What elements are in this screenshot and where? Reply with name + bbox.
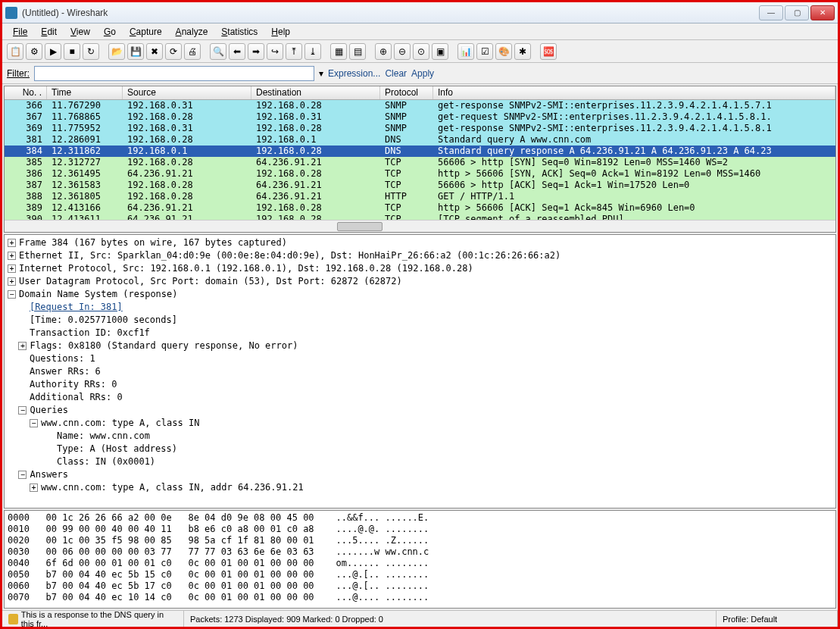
tb-zoomin-icon[interactable]: ⊕ xyxy=(375,43,392,60)
statusbar: This is a response to the DNS query in t… xyxy=(2,610,838,627)
tb-dispfilter-icon[interactable]: ☑ xyxy=(476,43,493,60)
tb-capfilter-icon[interactable]: 📊 xyxy=(457,43,474,60)
filter-clear-button[interactable]: Clear xyxy=(385,68,407,79)
tb-forward-icon[interactable]: ➡ xyxy=(248,43,264,60)
tree-query1[interactable]: −www.cnn.com: type A, class IN xyxy=(8,417,832,430)
tree-auth-rrs[interactable]: Authority RRs: 0 xyxy=(8,378,832,391)
packet-list-hscroll[interactable] xyxy=(5,220,835,232)
tb-zoomout-icon[interactable]: ⊖ xyxy=(394,43,411,60)
tb-stop-icon[interactable]: ■ xyxy=(64,43,80,60)
packet-row[interactable]: 38412.311862192.168.0.1192.168.0.28DNSSt… xyxy=(5,146,835,157)
tree-time[interactable]: [Time: 0.025771000 seconds] xyxy=(8,314,832,327)
tree-answers[interactable]: −Answers xyxy=(8,468,832,481)
menu-edit[interactable]: Edit xyxy=(35,25,63,39)
tb-start-icon[interactable]: ▶ xyxy=(45,43,61,60)
packet-details-pane[interactable]: +Frame 384 (167 bytes on wire, 167 bytes… xyxy=(4,234,836,509)
filter-apply-button[interactable]: Apply xyxy=(411,68,434,79)
tree-answer1[interactable]: +www.cnn.com: type A, class IN, addr 64.… xyxy=(8,481,832,494)
tb-reload-icon[interactable]: ⟳ xyxy=(165,43,182,60)
expand-icon[interactable]: + xyxy=(30,483,38,492)
packet-row[interactable]: 38512.312727192.168.0.2864.236.91.21TCP5… xyxy=(5,157,835,168)
packet-row[interactable]: 39012.41361164.236.91.21192.168.0.28TCP[… xyxy=(5,214,835,220)
close-button[interactable]: ✕ xyxy=(810,5,835,20)
filter-input[interactable] xyxy=(34,66,314,81)
tb-goto-icon[interactable]: ↪ xyxy=(267,43,283,60)
packet-row[interactable]: 38812.361805192.168.0.2864.236.91.21HTTP… xyxy=(5,191,835,202)
collapse-icon[interactable]: − xyxy=(18,471,27,479)
tb-close-icon[interactable]: ✖ xyxy=(146,43,163,60)
expand-icon[interactable]: + xyxy=(8,239,16,247)
collapse-icon[interactable]: − xyxy=(30,419,38,427)
tb-options-icon[interactable]: ⚙ xyxy=(26,43,42,60)
tb-last-icon[interactable]: ⤓ xyxy=(304,43,321,60)
collapse-icon[interactable]: − xyxy=(18,406,27,415)
maximize-button[interactable]: ▢ xyxy=(785,5,809,20)
tb-help-icon[interactable]: 🆘 xyxy=(540,43,557,60)
packet-row[interactable]: 38712.361583192.168.0.2864.236.91.21TCP5… xyxy=(5,180,835,191)
expand-icon[interactable]: + xyxy=(8,252,16,260)
tree-query-name[interactable]: Name: www.cnn.com xyxy=(8,430,832,443)
packet-row[interactable]: 36611.767290192.168.0.31192.168.0.28SNMP… xyxy=(5,100,835,111)
minimize-button[interactable]: — xyxy=(759,5,783,20)
packet-row[interactable]: 38912.41316664.236.91.21192.168.0.28TCPh… xyxy=(5,202,835,214)
tree-flags[interactable]: +Flags: 0x8180 (Standard query response,… xyxy=(8,340,832,352)
menu-file[interactable]: File xyxy=(7,25,33,39)
tree-add-rrs[interactable]: Additional RRs: 0 xyxy=(8,391,832,404)
tb-save-icon[interactable]: 💾 xyxy=(127,43,144,60)
tree-ethernet[interactable]: +Ethernet II, Src: Sparklan_04:d0:9e (00… xyxy=(8,249,832,262)
filter-expression-button[interactable]: Expression... xyxy=(328,68,380,79)
tb-resize-icon[interactable]: ▣ xyxy=(432,43,448,60)
tb-back-icon[interactable]: ⬅ xyxy=(229,43,245,60)
menu-go[interactable]: Go xyxy=(98,25,122,39)
tb-prefs-icon[interactable]: ✱ xyxy=(514,43,531,60)
packet-row[interactable]: 38112.286091192.168.0.28192.168.0.1DNSSt… xyxy=(5,134,835,146)
collapse-icon[interactable]: − xyxy=(8,290,16,299)
tb-first-icon[interactable]: ⤒ xyxy=(286,43,302,60)
tb-zoom100-icon[interactable]: ⊙ xyxy=(413,43,429,60)
col-time[interactable]: Time xyxy=(47,86,123,99)
packet-bytes-pane[interactable]: 0000 00 1c 26 26 66 a2 00 0e 8e 04 d0 9e… xyxy=(4,510,836,609)
tb-restart-icon[interactable]: ↻ xyxy=(83,43,99,60)
packet-row[interactable]: 36711.768865192.168.0.28192.168.0.31SNMP… xyxy=(5,111,835,123)
tree-frame[interactable]: +Frame 384 (167 bytes on wire, 167 bytes… xyxy=(8,236,832,249)
tree-queries[interactable]: −Queries xyxy=(8,404,832,417)
col-source[interactable]: Source xyxy=(123,86,251,99)
menu-analyze[interactable]: Analyze xyxy=(170,25,214,39)
tb-interfaces-icon[interactable]: 📋 xyxy=(7,43,23,60)
filter-dropdown-icon[interactable]: ▾ xyxy=(319,68,323,79)
tree-questions[interactable]: Questions: 1 xyxy=(8,352,832,365)
col-no[interactable]: No. . xyxy=(5,86,47,99)
packet-row[interactable]: 38612.36149564.236.91.21192.168.0.28TCPh… xyxy=(5,168,835,180)
toolbar: 📋 ⚙ ▶ ■ ↻ 📂 💾 ✖ ⟳ 🖨 🔍 ⬅ ➡ ↪ ⤒ ⤓ ▦ ▤ ⊕ ⊖ … xyxy=(2,40,838,63)
tb-autoscroll-icon[interactable]: ▤ xyxy=(349,43,366,60)
tb-coloring-icon[interactable]: 🎨 xyxy=(495,43,512,60)
tree-query-type[interactable]: Type: A (Host address) xyxy=(8,443,832,455)
packet-list-body[interactable]: 36611.767290192.168.0.31192.168.0.28SNMP… xyxy=(5,100,835,220)
tb-open-icon[interactable]: 📂 xyxy=(108,43,125,60)
tree-query-class[interactable]: Class: IN (0x0001) xyxy=(8,455,832,468)
menu-statistics[interactable]: Statistics xyxy=(215,25,264,39)
packet-row[interactable]: 36911.775952192.168.0.31192.168.0.28SNMP… xyxy=(5,123,835,134)
tree-ip[interactable]: +Internet Protocol, Src: 192.168.0.1 (19… xyxy=(8,262,832,275)
tb-find-icon[interactable]: 🔍 xyxy=(210,43,226,60)
tree-request-in[interactable]: [Request In: 381] xyxy=(8,301,832,314)
tb-print-icon[interactable]: 🖨 xyxy=(184,43,201,60)
expand-icon[interactable]: + xyxy=(8,277,16,286)
filter-bar: Filter: ▾ Expression... Clear Apply xyxy=(2,63,838,84)
col-info[interactable]: Info xyxy=(433,86,835,99)
col-destination[interactable]: Destination xyxy=(251,86,380,99)
packet-list-header: No. . Time Source Destination Protocol I… xyxy=(5,86,835,100)
tree-txid[interactable]: Transaction ID: 0xcf1f xyxy=(8,327,832,340)
menu-view[interactable]: View xyxy=(64,25,96,39)
tb-colorize-icon[interactable]: ▦ xyxy=(330,43,347,60)
expand-icon[interactable]: + xyxy=(18,342,27,350)
menu-help[interactable]: Help xyxy=(265,25,296,39)
tree-answer-rrs[interactable]: Answer RRs: 6 xyxy=(8,365,832,378)
expand-icon[interactable]: + xyxy=(8,264,16,273)
status-profile: Profile: Default xyxy=(717,611,838,627)
tree-dns[interactable]: −Domain Name System (response) xyxy=(8,288,832,301)
col-protocol[interactable]: Protocol xyxy=(380,86,433,99)
menu-capture[interactable]: Capture xyxy=(123,25,168,39)
tree-udp[interactable]: +User Datagram Protocol, Src Port: domai… xyxy=(8,275,832,288)
app-icon xyxy=(5,7,17,19)
